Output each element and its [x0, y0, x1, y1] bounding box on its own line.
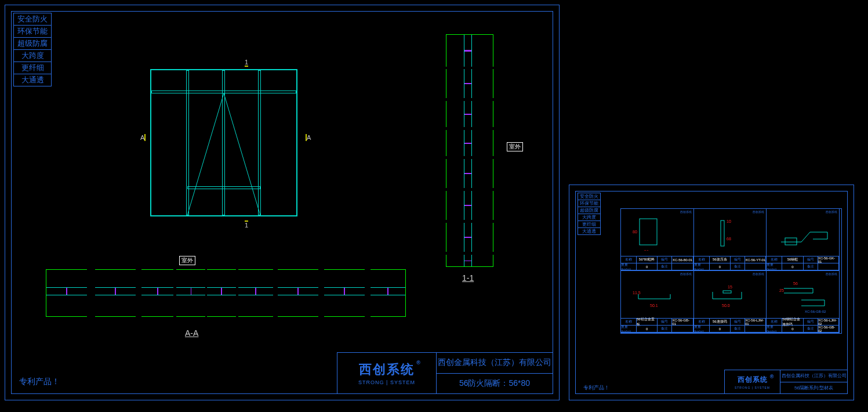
feature-list-small: 安全防火 环保节能 超级防腐 大跨度 更纤细 大通透: [578, 193, 601, 235]
cell-brand-icon: 西创系统: [753, 272, 764, 276]
patent-note: 专利产品！: [19, 377, 60, 387]
profile-cell: 西创系统 8056 名称56*80框料编号XC-56-80-01 重量(kg/m…: [620, 208, 694, 271]
outdoor-label-11: 室外: [507, 142, 523, 151]
profile-cell: 西创系统 1068 名称56玻压条编号XC-56-YT-01 重量(kg/m)0…: [693, 208, 767, 271]
section-a-a: [46, 269, 405, 316]
brand-cn: 西创系统: [359, 362, 415, 377]
dim: 56: [644, 250, 649, 251]
section-mark-a-left: A: [140, 134, 146, 141]
svg-text:50.0: 50.0: [722, 303, 730, 308]
cell-brand-icon: 西创系统: [753, 210, 764, 214]
section-mark-1-top: 1: [245, 59, 248, 67]
profile-cell: 西创系统 5625XC-56-GB-02 名称56钢铝合金连接码编号XC-56-…: [766, 270, 840, 333]
feature-item: 环保节能: [13, 25, 52, 38]
section-mark-1-bot: 1: [245, 221, 248, 229]
company-name-small: 西创金属科技（江苏）有限公司: [780, 370, 847, 382]
feature-item: 安全防火: [13, 13, 52, 26]
profile-cell: 西创系统 1550.0 名称56连接码编号XC-56-LJM-01 重量(kg/…: [693, 270, 767, 333]
section-mark-a-right: A: [306, 134, 311, 141]
feature-item: 超级防腐: [13, 37, 52, 50]
feature-item: 大通透: [578, 227, 601, 235]
reg-mark-icon: ®: [770, 374, 775, 380]
elevation-view: [150, 69, 297, 216]
brand-logo-small: 西创系统® STRONG | SYSTEM: [725, 370, 780, 393]
cell-brand-icon: 西创系统: [680, 272, 692, 276]
feature-item: 大跨度: [13, 49, 52, 62]
svg-text:68: 68: [727, 237, 731, 241]
svg-text:56: 56: [793, 281, 798, 285]
drawing-sheet-1: 安全防火 环保节能 超级防腐 大跨度 更纤细 大通透 A A 1 1 室外 A-…: [5, 5, 560, 400]
svg-text:10: 10: [727, 219, 731, 223]
feature-list: 安全防火 环保节能 超级防腐 大跨度 更纤细 大通透: [13, 13, 52, 86]
svg-text:XC-56-GB-02: XC-56-GB-02: [805, 310, 826, 313]
cell-brand-icon: 西创系统: [826, 272, 837, 276]
drawing-sheet-2: 安全防火 环保节能 超级防腐 大跨度 更纤细 大通透 西创系统 8056 名称5…: [569, 185, 854, 400]
section-label-11: 1-1: [462, 273, 474, 283]
val-note: [671, 263, 693, 270]
svg-text:15: 15: [728, 285, 732, 289]
reg-mark-icon: ®: [416, 360, 422, 366]
svg-rect-1: [721, 221, 724, 246]
title-block-small: 西创系统® STRONG | SYSTEM 西创金属科技（江苏）有限公司 56隔…: [724, 370, 848, 394]
brand-logo: 西创系统® STRONG | SYSTEM: [337, 353, 437, 393]
cell-brand-icon: 西创系统: [826, 210, 837, 214]
drawing-title: 56防火隔断：56*80: [437, 374, 553, 394]
hdr-note: 备注: [657, 263, 672, 270]
dim: 80: [633, 230, 637, 234]
feature-item: 大通透: [13, 74, 52, 86]
company-name: 西创金属科技（江苏）有限公司: [437, 353, 553, 374]
section-label-aa: A-A: [185, 328, 198, 338]
title-block: 西创系统® STRONG | SYSTEM 西创金属科技（江苏）有限公司 56防…: [337, 352, 553, 394]
svg-text:25: 25: [779, 288, 784, 292]
cell-brand-icon: 西创系统: [680, 210, 692, 214]
profile-table: 西创系统 8056 名称56*80框料编号XC-56-80-01 重量(kg/m…: [620, 208, 842, 334]
brand-en: STRONG | SYSTEM: [358, 380, 415, 385]
val-wt: 0: [636, 263, 658, 270]
feature-item: 更纤细: [13, 62, 52, 74]
svg-rect-4: [785, 238, 797, 245]
svg-rect-0: [640, 219, 657, 245]
outdoor-label-aa: 室外: [179, 256, 195, 265]
hdr-wt: 重量(kg/m): [620, 263, 637, 270]
drawing-title-small: 56隔断系列:型材表: [780, 382, 847, 394]
profile-cell: 西创系统 11.550.1 名称56铝合金盖板编号XC-56-GB-01 重量(…: [620, 270, 694, 333]
svg-text:11.5: 11.5: [633, 291, 641, 295]
svg-text:50.1: 50.1: [650, 303, 658, 308]
patent-note-small: 专利产品！: [583, 384, 609, 392]
profile-cell: 西创系统 名称56钢框编号XC-56-GK-01 重量(kg/m)0备注: [766, 208, 840, 271]
section-1-1: [446, 34, 492, 266]
svg-rect-7: [723, 291, 731, 293]
